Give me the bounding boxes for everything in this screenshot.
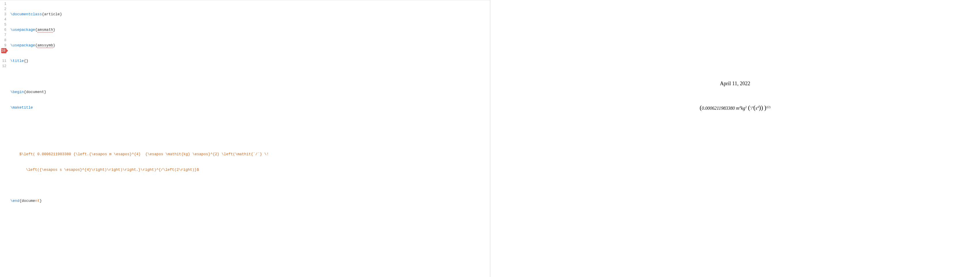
formula-kg-exp: 2 xyxy=(745,105,747,108)
latex-command: \usepackage xyxy=(10,43,35,48)
formula-outer-exp: /(2) xyxy=(766,105,770,108)
preview-pane: April 11, 2022 (0.0006211983380 m4kg2 ('… xyxy=(490,0,980,277)
code-area[interactable]: 1 2 3 4 5 6 7 8 9 10 11 12 \documentclas… xyxy=(0,0,490,277)
line-gutter: 1 2 3 4 5 6 7 8 9 10 11 12 xyxy=(0,0,9,277)
brace: { xyxy=(35,28,37,32)
brace: { xyxy=(24,90,26,94)
formula-kg: kg xyxy=(741,106,745,111)
formula-inner: '/' xyxy=(750,106,753,111)
preview-date: April 11, 2022 xyxy=(637,81,833,87)
latex-arg: document xyxy=(26,90,44,94)
brace: } xyxy=(44,90,46,94)
code-line[interactable] xyxy=(9,136,490,142)
paren-close: ) xyxy=(761,104,763,111)
code-line[interactable]: \end{document} xyxy=(9,198,490,204)
gutter-line: 1 xyxy=(0,2,6,6)
gutter-line: 4 xyxy=(0,17,6,22)
latex-command: \begin xyxy=(10,90,24,94)
gutter-line: 8 xyxy=(0,38,6,43)
gutter-line: 11 xyxy=(0,59,6,64)
brace: } xyxy=(40,199,42,203)
latex-arg: amsmath xyxy=(37,28,53,33)
gutter-line: 6 xyxy=(0,27,6,33)
paren-open: ( xyxy=(700,104,702,111)
code-line[interactable]: \usepackage{amsmath} xyxy=(9,27,490,33)
latex-math: $\left( 0.0006211983380 {\left.{\esapos … xyxy=(10,152,269,156)
gutter-line: 7 xyxy=(0,33,6,38)
gutter-line-error[interactable]: 10 xyxy=(1,48,6,53)
preview-content: April 11, 2022 (0.0006211983380 m4kg2 ('… xyxy=(620,0,850,123)
latex-command: \usepackage xyxy=(10,28,35,32)
latex-command: \maketitle xyxy=(10,105,33,110)
gutter-line xyxy=(0,53,6,59)
gutter-line: 9 xyxy=(0,43,6,48)
paren-open: ( xyxy=(748,104,750,111)
paren-open: ( xyxy=(753,104,755,111)
code-line[interactable]: \begin{document} xyxy=(9,89,490,95)
code-line[interactable] xyxy=(9,183,490,188)
latex-command: \end xyxy=(10,199,19,203)
latex-arg-partial: nt xyxy=(35,199,40,203)
formula-number: 0.0006211983380 xyxy=(702,106,735,111)
latex-arg: amssymb xyxy=(37,43,53,48)
gutter-line: 5 xyxy=(0,22,6,27)
code-line[interactable]: \documentclass{article} xyxy=(9,12,490,17)
code-line[interactable] xyxy=(9,121,490,126)
gutter-line: 3 xyxy=(0,12,6,17)
brace: } xyxy=(26,59,29,63)
brace: { xyxy=(35,43,37,48)
preview-formula: (0.0006211983380 m4kg2 ('/'(s4)) )/(2) xyxy=(637,104,833,111)
latex-command: \documentclass xyxy=(10,12,42,16)
code-line[interactable]: \title{} xyxy=(9,59,490,64)
code-line[interactable]: \maketitle xyxy=(9,105,490,110)
editor-pane: 1 2 3 4 5 6 7 8 9 10 11 12 \documentclas… xyxy=(0,0,490,277)
brace: } xyxy=(53,28,55,32)
latex-arg: docume xyxy=(22,199,35,203)
paren-close: ) xyxy=(759,104,761,111)
code-line[interactable]: $\left( 0.0006211983380 {\left.{\esapos … xyxy=(9,152,490,157)
brace: { xyxy=(19,199,22,203)
latex-command: \title xyxy=(10,59,24,63)
gutter-line: 2 xyxy=(0,6,6,12)
code-content[interactable]: \documentclass{article} \usepackage{amsm… xyxy=(9,0,490,277)
brace: { xyxy=(24,59,26,63)
formula-m: m xyxy=(736,106,740,111)
gutter-line: 12 xyxy=(0,64,6,69)
latex-math: \left({\esapos s \esapos}^{4}\right)\rig… xyxy=(26,167,199,172)
brace: } xyxy=(53,43,55,48)
code-line-wrapped[interactable]: \left({\esapos s \esapos}^{4}\right)\rig… xyxy=(9,167,490,172)
latex-arg: article xyxy=(44,12,60,16)
code-line[interactable] xyxy=(9,74,490,79)
brace: { xyxy=(42,12,44,16)
brace: } xyxy=(60,12,62,16)
code-line[interactable]: \usepackage{amssymb} xyxy=(9,43,490,48)
